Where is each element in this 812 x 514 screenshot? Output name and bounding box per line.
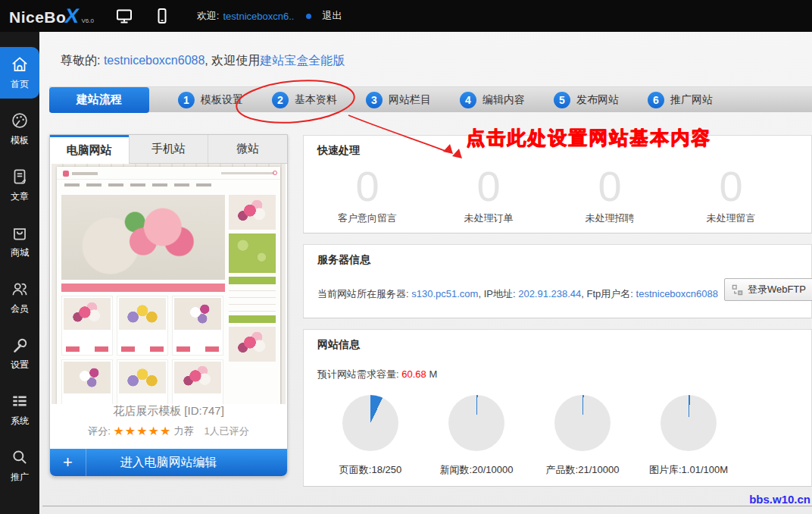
sidebar-item-promotion[interactable]: 推广	[0, 440, 39, 491]
capacity-label: 预计网站需求容量:	[317, 368, 399, 380]
promotion-icon	[10, 447, 30, 467]
step-number: 4	[460, 92, 476, 108]
capacity-value: 60.68	[401, 368, 426, 380]
mobile-phone-icon[interactable]	[153, 7, 171, 25]
ftp-label: , Ftp用户名:	[581, 288, 633, 299]
logout-button[interactable]: 退出	[322, 9, 342, 23]
greeting-username: testniceboxcn6088	[104, 54, 205, 67]
server-info-panel: 服务器信息 当前网站所在服务器: s130.pc51.com, IP地址: 20…	[303, 244, 812, 318]
pie-label: 新闻数:20/10000	[423, 463, 529, 477]
stat-value: 0	[307, 163, 428, 210]
preview-banner	[61, 284, 225, 292]
login-webftp-button[interactable]: 登录WebFTP	[724, 278, 812, 301]
step-item-site-columns[interactable]: 3 网站栏目	[366, 92, 431, 108]
welcome-text: 欢迎: testniceboxcn6..	[197, 9, 295, 23]
stat-label: 未处理订单	[428, 212, 549, 225]
ftp-username: testniceboxcn6088	[636, 288, 718, 299]
pie-images: 图片库:1.01/100M	[636, 395, 742, 477]
rating-stars: ★★★★★	[114, 425, 172, 437]
preview-search-icon	[273, 171, 277, 175]
pie-products: 产品数:21/10000	[529, 395, 636, 477]
step-label: 模板设置	[201, 93, 243, 107]
ip-label: , IP地址:	[478, 288, 515, 299]
stat-label: 未处理招聘	[549, 212, 670, 225]
tab-mobile-site[interactable]: 手机站	[129, 135, 208, 164]
settings-icon	[10, 335, 30, 355]
welcome-label: 欢迎:	[197, 9, 220, 23]
capacity-line: 预计网站需求容量: 60.68 M	[317, 368, 437, 381]
template-card: 电脑网站 手机站 微站	[49, 134, 288, 477]
step-number: 6	[648, 92, 664, 108]
topbar-username[interactable]: testniceboxcn6..	[223, 11, 294, 22]
sidebar-item-templates[interactable]: 模板	[0, 103, 39, 155]
stat-pending-orders: 0 未处理订单	[428, 163, 549, 225]
tab-wei-site[interactable]: 微站	[208, 135, 287, 164]
sidebar-item-label: 模板	[11, 134, 29, 147]
preview-hero-flower	[61, 195, 225, 280]
step-label: 网站栏目	[389, 93, 431, 107]
step-item-publish-site[interactable]: 5 发布网站	[554, 92, 619, 108]
greeting-line: 尊敬的: testniceboxcn6088, 欢迎使用建站宝盒全能版	[61, 53, 345, 69]
step-item-edit-content[interactable]: 4 编辑内容	[460, 92, 525, 108]
product-link[interactable]: 建站宝盒全能版	[260, 54, 345, 67]
step-number: 2	[272, 92, 289, 108]
pie-label: 产品数:21/10000	[529, 463, 636, 477]
rating-label: 评分:	[88, 425, 111, 437]
enter-pc-editor-button[interactable]: + 进入电脑网站编辑	[50, 449, 287, 476]
status-dot	[306, 14, 311, 19]
footer-divider	[42, 506, 812, 506]
step-number: 1	[178, 92, 195, 108]
tab-pc-site[interactable]: 电脑网站	[50, 135, 129, 164]
panel-title: 网站信息	[317, 338, 360, 352]
preview-page	[57, 167, 280, 404]
sidebar-item-label: 首页	[11, 78, 29, 91]
step-label: 发布网站	[576, 93, 619, 107]
site-info-panel: 网站信息 预计网站需求容量: 60.68 M 页面数:18/250 新闻数:20…	[303, 329, 812, 487]
logo-x: X	[64, 5, 81, 28]
template-preview-image[interactable]	[52, 164, 286, 404]
step-label: 基本资料	[295, 93, 337, 107]
watermark-text: bbs.w10.cn	[749, 493, 810, 506]
article-icon	[10, 167, 30, 186]
webftp-icon	[732, 284, 743, 296]
stat-value: 0	[670, 163, 792, 210]
step-item-template-setup[interactable]: 1 模板设置	[178, 92, 243, 108]
step-number: 3	[366, 92, 383, 108]
stat-label: 客户意向留言	[307, 212, 428, 225]
sidebar-item-label: 商城	[11, 246, 29, 259]
build-flow-button[interactable]: 建站流程	[49, 87, 149, 113]
sidebar-item-articles[interactable]: 文章	[0, 159, 39, 211]
step-label: 推广网站	[670, 93, 713, 107]
nicebox-logo[interactable]: NiceBoX V6.0	[9, 5, 94, 28]
preview-sidebar	[229, 195, 276, 404]
top-bar: NiceBoX V6.0 欢迎: testniceboxcn6.. 退出	[0, 0, 812, 32]
rating-grade: 力荐	[174, 425, 194, 437]
server-label: 当前网站所在服务器:	[317, 288, 409, 299]
sidebar-item-label: 系统	[11, 415, 29, 428]
sidebar-item-label: 设置	[11, 359, 29, 371]
desktop-monitor-icon[interactable]	[115, 7, 133, 25]
home-icon	[10, 55, 30, 74]
preview-product-grid	[61, 296, 225, 404]
step-item-promote-site[interactable]: 6 推广网站	[648, 92, 713, 108]
panel-title: 快速处理	[317, 144, 360, 158]
greeting-prefix: 尊敬的:	[61, 54, 100, 67]
sidebar-item-home[interactable]: 首页	[0, 47, 39, 99]
sidebar-item-members[interactable]: 会员	[0, 271, 39, 323]
sidebar-item-mall[interactable]: 商城	[0, 215, 39, 267]
site-type-tabs: 电脑网站 手机站 微站	[50, 135, 287, 164]
sidebar-nav: 首页 模板 文章 商城 会员 设置 系统 推广	[0, 32, 39, 514]
version-label: V6.0	[81, 17, 93, 24]
stat-value: 0	[549, 163, 670, 210]
mall-icon	[10, 223, 30, 243]
sidebar-item-label: 会员	[11, 302, 29, 315]
pie-label: 页面数:18/250	[317, 463, 423, 477]
step-item-basic-info[interactable]: 2 基本资料	[272, 92, 337, 108]
template-name: 花店展示模板 [ID:747]	[50, 404, 287, 418]
greeting-middle: , 欢迎使用	[205, 54, 260, 67]
sidebar-item-system[interactable]: 系统	[0, 384, 39, 435]
server-info-line: 当前网站所在服务器: s130.pc51.com, IP地址: 202.91.2…	[317, 287, 718, 301]
pie-pages: 页面数:18/250	[317, 395, 423, 477]
stat-label: 未处理留言	[670, 212, 792, 225]
sidebar-item-settings[interactable]: 设置	[0, 328, 39, 379]
